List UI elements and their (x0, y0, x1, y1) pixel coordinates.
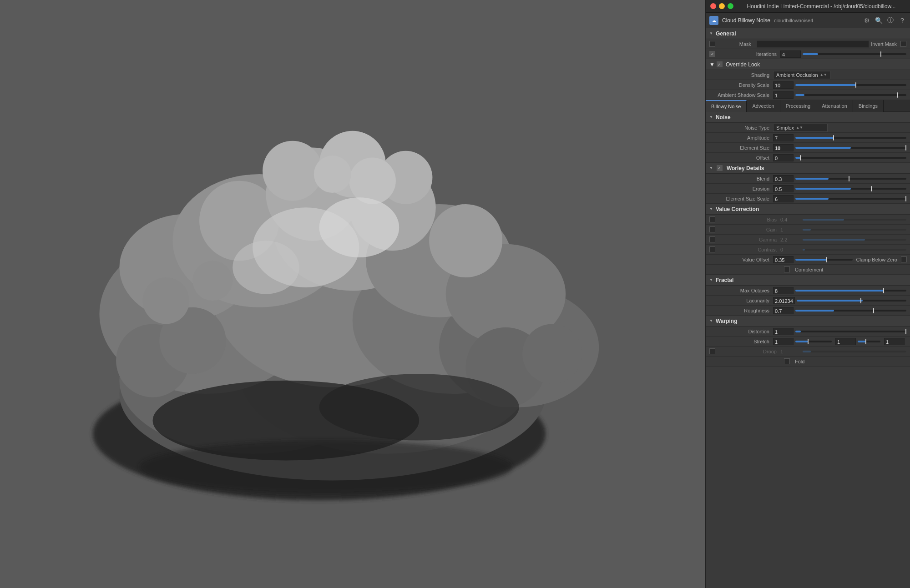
amplitude-value[interactable]: 7 (773, 134, 794, 141)
help-icon[interactable]: ? (898, 16, 906, 25)
mask-checkbox[interactable] (709, 41, 715, 47)
stretch-x[interactable]: 1 (773, 338, 794, 345)
droop-checkbox[interactable] (709, 348, 715, 354)
roughness-label: Roughness (709, 308, 773, 313)
invert-mask-checkbox[interactable] (900, 41, 906, 47)
tab-billowy-noise[interactable]: Billowy Noise (706, 100, 747, 112)
amplitude-slider[interactable] (795, 137, 906, 139)
mask-input[interactable] (757, 40, 869, 48)
max-octaves-slider[interactable] (795, 290, 906, 291)
stretch-y[interactable]: 1 (835, 338, 856, 345)
fractal-section-header[interactable]: ▼ Fractal (706, 275, 910, 286)
roughness-value[interactable]: 0.7 (773, 307, 794, 314)
ambient-shadow-slider[interactable] (795, 94, 906, 96)
worley-label: Worley Details (727, 165, 764, 171)
override-checkbox[interactable]: ✓ (717, 61, 723, 67)
element-size-label: Element Size (709, 145, 773, 151)
erosion-value[interactable]: 0.5 (773, 185, 794, 192)
density-scale-slider[interactable] (795, 84, 906, 86)
stretch-z[interactable]: 1 (884, 338, 905, 345)
complement-checkbox[interactable] (784, 266, 790, 272)
contrast-value[interactable]: 0 (780, 247, 801, 252)
blend-slider[interactable] (795, 178, 906, 180)
value-offset-slider[interactable] (795, 259, 853, 261)
close-button[interactable] (710, 3, 716, 9)
gamma-checkbox[interactable] (709, 236, 715, 242)
iterations-checkbox[interactable]: ✓ (709, 51, 715, 57)
tab-attenuation[interactable]: Attenuation (816, 100, 853, 112)
settings-icon[interactable]: ⚙ (863, 16, 871, 25)
gain-checkbox[interactable] (709, 226, 715, 232)
worley-section-header[interactable]: ▼ ✓ Worley Details (706, 163, 910, 174)
general-section-header[interactable]: ▼ General (706, 28, 910, 39)
noise-section-header[interactable]: ▼ Noise (706, 112, 910, 123)
warping-section-header[interactable]: ▼ Warping (706, 316, 910, 327)
lacunarity-slider[interactable] (797, 300, 906, 302)
distortion-row: Distortion 1 (706, 327, 910, 337)
erosion-row: Erosion 0.5 (706, 184, 910, 194)
bias-label: Bias (717, 217, 780, 222)
amplitude-label: Amplitude (709, 135, 773, 141)
maximize-button[interactable] (728, 3, 733, 9)
search-icon[interactable]: 🔍 (875, 16, 883, 25)
worley-checkbox[interactable]: ✓ (717, 165, 723, 171)
stretch-row: Stretch 1 1 1 (706, 337, 910, 347)
window-title: Houdini Indie Limited-Commercial - /obj/… (737, 3, 905, 10)
node-header: ☁ Cloud Billowy Noise cloudbillownoise4 … (706, 13, 910, 28)
tab-bindings[interactable]: Bindings (853, 100, 884, 112)
gamma-row: Gamma 2.2 (706, 235, 910, 245)
lacunarity-row: Lacunarity 2.01234 (706, 296, 910, 306)
ambient-shadow-value[interactable]: 1 (773, 91, 794, 99)
mask-row: Mask Invert Mask (706, 39, 910, 49)
element-size-scale-slider[interactable] (795, 198, 906, 200)
bias-value[interactable]: 0.4 (780, 217, 801, 222)
droop-value[interactable]: 1 (780, 349, 801, 354)
roughness-slider[interactable] (795, 310, 906, 312)
roughness-row: Roughness 0.7 (706, 306, 910, 316)
iterations-value[interactable]: 4 (780, 50, 801, 58)
minimize-button[interactable] (719, 3, 725, 9)
distortion-value[interactable]: 1 (773, 328, 794, 335)
tab-advection[interactable]: Advection (747, 100, 780, 112)
shading-value: Ambient Occlusion (776, 72, 818, 78)
clamp-below-zero-checkbox[interactable] (901, 256, 907, 262)
override-look-header[interactable]: ▼ ✓ Override Look (706, 59, 910, 70)
bias-checkbox[interactable] (709, 216, 715, 222)
gamma-label: Gamma (717, 237, 780, 242)
stretch-slider-y[interactable] (858, 341, 880, 342)
shading-dropdown[interactable]: Ambient Occlusion ▲▼ (773, 71, 830, 79)
density-scale-value[interactable]: 10 (773, 81, 794, 89)
element-size-slider[interactable] (795, 147, 906, 149)
tab-processing[interactable]: Processing (780, 100, 816, 112)
offset-value[interactable]: 0 (773, 154, 794, 161)
value-correction-header[interactable]: ▼ Value Correction (706, 204, 910, 215)
gain-value[interactable]: 1 (780, 227, 801, 232)
element-size-scale-value[interactable]: 6 (773, 195, 794, 202)
contrast-slider (803, 249, 906, 251)
bias-slider (803, 219, 906, 221)
blend-row: Blend 0.3 (706, 174, 910, 184)
stretch-slider[interactable] (795, 341, 832, 342)
contrast-checkbox[interactable] (709, 246, 715, 252)
distortion-slider[interactable] (795, 331, 906, 332)
node-name: Cloud Billowy Noise (722, 17, 770, 24)
iterations-slider[interactable] (803, 53, 906, 55)
element-size-row: Element Size 10 (706, 143, 910, 153)
max-octaves-value[interactable]: 8 (773, 287, 794, 294)
noise-type-dropdown[interactable]: Simplex ▲▼ (773, 124, 828, 132)
erosion-slider[interactable] (795, 188, 906, 190)
bias-row: Bias 0.4 (706, 215, 910, 225)
value-offset-value[interactable]: 0.35 (773, 256, 794, 263)
lacunarity-value[interactable]: 2.01234 (773, 297, 795, 304)
info-icon[interactable]: ⓘ (886, 16, 895, 25)
blend-value[interactable]: 0.3 (773, 175, 794, 182)
clamp-below-zero-label: Clamp Below Zero (854, 257, 901, 262)
viewport (0, 0, 705, 588)
noise-type-label: Noise Type (709, 125, 773, 131)
droop-row: Droop 1 (706, 347, 910, 357)
fold-checkbox[interactable] (784, 358, 790, 364)
element-size-value[interactable]: 10 (773, 144, 794, 151)
svg-point-18 (263, 141, 323, 201)
gamma-value[interactable]: 2.2 (780, 237, 801, 242)
offset-slider[interactable] (795, 157, 906, 159)
